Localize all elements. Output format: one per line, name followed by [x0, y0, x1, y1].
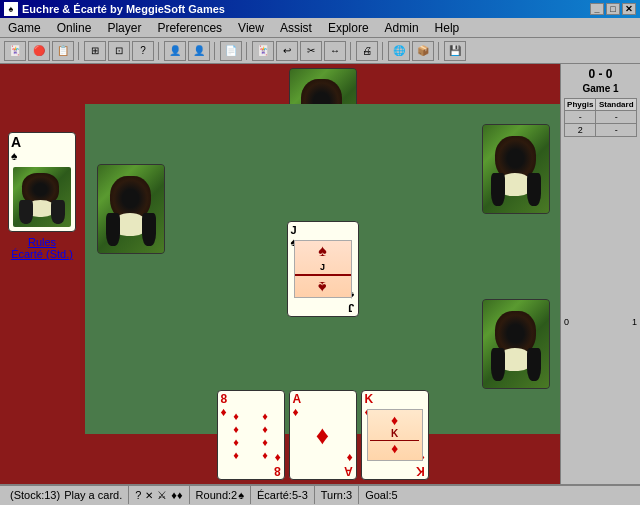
- status-turn: Turn:3: [315, 486, 359, 504]
- score-footer-0: 0: [564, 317, 569, 327]
- rules-link[interactable]: Rules: [8, 236, 76, 248]
- menu-explore[interactable]: Explore: [320, 19, 377, 37]
- center-jack-card[interactable]: J ♠ J ♠ ♠ J ♠: [287, 221, 359, 317]
- statusbar: (Stock:13) Play a card. ? ✕ ⚔ ♦♦ Round:2…: [0, 484, 640, 504]
- cancel-icon[interactable]: ✕: [145, 490, 153, 501]
- menu-preferences[interactable]: Preferences: [149, 19, 230, 37]
- score-cell-s2: -: [596, 124, 637, 137]
- toolbar-sep-5: [350, 42, 352, 60]
- help-icon[interactable]: ?: [135, 489, 141, 501]
- menu-online[interactable]: Online: [49, 19, 100, 37]
- close-button[interactable]: ✕: [622, 3, 636, 15]
- ace-of-spades-card: A ♠: [8, 132, 76, 232]
- menu-admin[interactable]: Admin: [377, 19, 427, 37]
- toolbar-sep-7: [438, 42, 440, 60]
- score-col-standard: Standard: [596, 99, 637, 111]
- card-ace-diamonds[interactable]: A ♦ A ♦ ♦: [289, 390, 357, 480]
- game-table: J ♠ J ♠ ♠ J ♠: [85, 104, 560, 434]
- toolbar-print2[interactable]: 🖨: [356, 41, 378, 61]
- score-footer-1: 1: [632, 317, 637, 327]
- score-row-1: - -: [565, 111, 637, 124]
- opponent-left-card: [97, 164, 165, 254]
- toolbar-icon3[interactable]: ?: [132, 41, 154, 61]
- menu-player[interactable]: Player: [99, 19, 149, 37]
- toolbar-sep-1: [78, 42, 80, 60]
- menu-game[interactable]: Game: [0, 19, 49, 37]
- score-footer: 0 1: [564, 317, 637, 327]
- score-cell-p1: -: [565, 111, 596, 124]
- score-cell-p2: 2: [565, 124, 596, 137]
- dog-back-right-top: [483, 125, 549, 213]
- ecarte-link[interactable]: Écarté (Std.): [8, 248, 76, 260]
- score-col-phygis: Phygis: [565, 99, 596, 111]
- minimize-button[interactable]: _: [590, 3, 604, 15]
- titlebar: ♠ Euchre & Écarté by MeggieSoft Games _ …: [0, 0, 640, 18]
- status-round: Round:2 ♠: [190, 486, 251, 504]
- left-panel: A ♠ Rules Écarté (Std.): [0, 64, 85, 484]
- status-goal: Goal:5: [359, 486, 403, 504]
- center-area: J ♠ J ♠ ♠ J ♠ 8: [85, 64, 560, 484]
- toolbar-globe[interactable]: 🌐: [388, 41, 410, 61]
- card-king-diamonds[interactable]: K ♦ K ♦ ♦ K ♦: [361, 390, 429, 480]
- toolbar-sep-2: [158, 42, 160, 60]
- score-cell-s1: -: [596, 111, 637, 124]
- score-header: 0 - 0: [564, 67, 637, 81]
- jack-illustration: ♠ J ♠: [294, 240, 352, 298]
- menu-view[interactable]: View: [230, 19, 272, 37]
- toolbar-save2[interactable]: 💾: [444, 41, 466, 61]
- titlebar-buttons: _ □ ✕: [590, 3, 636, 15]
- player-hand: 8 ♦ 8 ♦ ♦ ♦ ♦ ♦ ♦ ♦ ♦ ♦: [217, 390, 429, 480]
- toolbar: 🃏 🔴 📋 ⊞ ⊡ ? 👤 👤 📄 🃏 ↩ ✂ ↔ 🖨 🌐 📦 💾: [0, 38, 640, 64]
- king-d-illustration: ♦ K ♦: [367, 409, 423, 461]
- score-table: Phygis Standard - - 2 -: [564, 98, 637, 137]
- toolbar-print[interactable]: ⊞: [84, 41, 106, 61]
- fire-icon[interactable]: ♦♦: [171, 489, 182, 501]
- toolbar-new[interactable]: 🃏: [4, 41, 26, 61]
- status-play-msg: Play a card.: [64, 489, 122, 501]
- toolbar-pkg[interactable]: 📦: [412, 41, 434, 61]
- toolbar-icon6[interactable]: ↩: [276, 41, 298, 61]
- card-8-diamonds[interactable]: 8 ♦ 8 ♦ ♦ ♦ ♦ ♦ ♦ ♦ ♦ ♦: [217, 390, 285, 480]
- toolbar-sep-4: [246, 42, 248, 60]
- eight-pips: ♦ ♦ ♦ ♦ ♦ ♦ ♦ ♦: [222, 409, 280, 461]
- status-stock: (Stock:13) Play a card.: [4, 486, 129, 504]
- main-content: A ♠ Rules Écarté (Std.): [0, 64, 640, 484]
- ace-d-rank-top: A ♦: [293, 393, 302, 419]
- status-help-icons: ? ✕ ⚔ ♦♦: [129, 486, 189, 504]
- maximize-button[interactable]: □: [606, 3, 620, 15]
- toolbar-player1[interactable]: 👤: [164, 41, 186, 61]
- window-title: Euchre & Écarté by MeggieSoft Games: [22, 3, 590, 15]
- menu-help[interactable]: Help: [427, 19, 468, 37]
- toolbar-open[interactable]: 🔴: [28, 41, 50, 61]
- toolbar-sep-6: [382, 42, 384, 60]
- ace-d-rank-bottom: A ♦: [344, 451, 353, 477]
- dog-image-ace: [13, 167, 71, 227]
- ace-d-center-pip: ♦: [316, 420, 329, 451]
- status-ecarte: Écarté:5-3: [251, 486, 315, 504]
- dog-back-left: [98, 165, 164, 253]
- ace-rank: A: [11, 135, 21, 149]
- toolbar-icon5[interactable]: 🃏: [252, 41, 274, 61]
- toolbar-player2[interactable]: 👤: [188, 41, 210, 61]
- round-suit-icon: ♠: [238, 489, 244, 501]
- menu-assist[interactable]: Assist: [272, 19, 320, 37]
- toolbar-sep-3: [214, 42, 216, 60]
- toolbar-cards[interactable]: 📄: [220, 41, 242, 61]
- score-game-label: Game 1: [564, 83, 637, 94]
- opponent-right-bottom-card: [482, 299, 550, 389]
- toolbar-icon7[interactable]: ✂: [300, 41, 322, 61]
- toolbar-save[interactable]: 📋: [52, 41, 74, 61]
- swords-icon[interactable]: ⚔: [157, 489, 167, 502]
- menubar: Game Online Player Preferences View Assi…: [0, 18, 640, 38]
- ace-suit-icon: ♠: [11, 149, 17, 163]
- app-icon: ♠: [4, 2, 18, 16]
- dog-back-right-bottom: [483, 300, 549, 388]
- toolbar-icon8[interactable]: ↔: [324, 41, 346, 61]
- score-row-2: 2 -: [565, 124, 637, 137]
- score-panel: 0 - 0 Game 1 Phygis Standard - - 2 -: [560, 64, 640, 484]
- toolbar-icon2[interactable]: ⊡: [108, 41, 130, 61]
- opponent-right-top-card: [482, 124, 550, 214]
